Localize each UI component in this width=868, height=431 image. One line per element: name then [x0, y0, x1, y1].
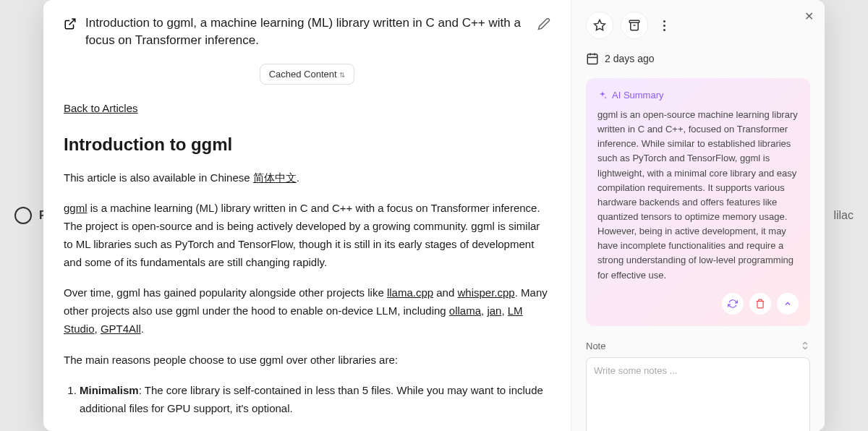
star-button[interactable]	[586, 12, 613, 39]
ai-summary-card: AI Summary ggml is an open-source machin…	[586, 78, 810, 326]
star-icon	[593, 19, 606, 32]
user-label: lilac	[833, 209, 854, 222]
chinese-link[interactable]: 简体中文	[253, 171, 297, 184]
article-paragraph: ggml is a machine learning (ML) library …	[64, 200, 550, 271]
edit-icon[interactable]	[537, 17, 550, 30]
note-textarea[interactable]	[586, 357, 810, 431]
collapse-summary-button[interactable]	[777, 293, 799, 315]
archive-button[interactable]	[621, 12, 648, 39]
sparkle-icon	[597, 90, 608, 101]
collapse-note-button[interactable]	[800, 341, 810, 351]
trash-icon	[755, 299, 765, 309]
back-to-articles-link[interactable]: Back to Articles	[64, 102, 138, 114]
refresh-icon	[728, 299, 738, 309]
article-modal: Introduction to ggml, a machine learning…	[43, 0, 825, 431]
summary-text: ggml is an open-source machine learning …	[597, 108, 799, 283]
svg-rect-2	[587, 54, 597, 64]
more-menu-button[interactable]	[655, 12, 673, 39]
sidebar-pane: ✕ 2 days ago AI Summary ggml is an open-…	[571, 0, 825, 431]
list-item: Minimalism: The core library is self-con…	[80, 382, 550, 418]
svg-marker-0	[595, 20, 605, 30]
timestamp-text: 2 days ago	[605, 53, 655, 64]
archive-icon	[628, 19, 641, 32]
article-paragraph: The main reasons people choose to use gg…	[64, 351, 550, 370]
timestamp-row: 2 days ago	[586, 52, 810, 65]
app-logo-icon	[14, 207, 32, 224]
gpt4all-link[interactable]: GPT4All	[101, 323, 141, 335]
ggml-link[interactable]: ggml	[64, 202, 88, 214]
page-title: Introduction to ggml, a machine learning…	[85, 14, 529, 49]
ollama-link[interactable]: ollama	[449, 304, 481, 317]
svg-rect-1	[629, 20, 639, 22]
chevron-up-icon	[783, 299, 792, 308]
article-body: This article is also available in Chines…	[64, 169, 550, 418]
note-label: Note	[586, 341, 605, 351]
cached-content-button[interactable]: Cached Content ⇅	[260, 64, 355, 85]
delete-summary-button[interactable]	[749, 293, 771, 315]
llamacpp-link[interactable]: llama.cpp	[387, 286, 433, 299]
jan-link[interactable]: jan	[487, 304, 501, 317]
article-paragraph: This article is also available in Chines…	[64, 169, 550, 187]
article-paragraph: Over time, ggml has gained popularity al…	[64, 284, 550, 338]
close-button[interactable]: ✕	[801, 9, 816, 23]
vertical-dots-icon	[663, 20, 665, 31]
external-link-icon[interactable]	[64, 17, 77, 30]
whispercpp-link[interactable]: whisper.cpp	[457, 286, 514, 299]
summary-title: AI Summary	[612, 90, 664, 101]
refresh-summary-button[interactable]	[722, 293, 744, 315]
calendar-icon	[586, 52, 599, 65]
article-heading: Introduction to ggml	[64, 135, 550, 155]
chevron-updown-icon	[800, 341, 810, 351]
updown-caret-icon: ⇅	[339, 71, 345, 79]
article-content-pane: Introduction to ggml, a machine learning…	[43, 0, 571, 431]
